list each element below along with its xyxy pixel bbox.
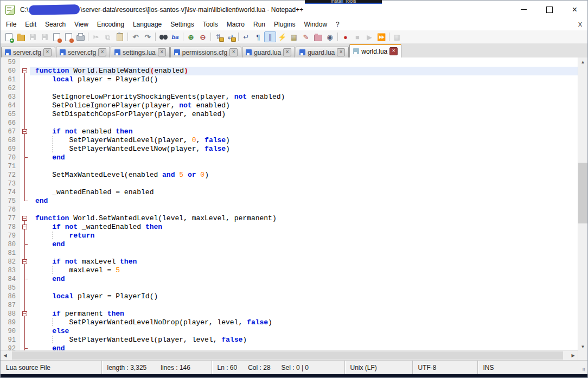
code-text[interactable]: SetPlayerWantedLevelNoDrop(player, level…	[30, 318, 578, 327]
menu-help[interactable]: ?	[331, 19, 344, 30]
fold-collapse-icon[interactable]	[22, 259, 27, 264]
menu-encoding[interactable]: Encoding	[93, 19, 129, 30]
vertical-scroll-thumb[interactable]	[578, 163, 587, 223]
save-all-icon[interactable]	[39, 31, 50, 42]
macro-play-icon[interactable]: ▶	[363, 31, 375, 42]
function-list-icon[interactable]: ⚡	[276, 31, 288, 42]
fold-toggle[interactable]	[20, 127, 30, 136]
word-wrap-icon[interactable]: ↵	[240, 31, 252, 42]
fold-collapse-icon[interactable]	[22, 129, 27, 134]
fold-toggle[interactable]	[20, 67, 30, 75]
tab-server.cfg-1[interactable]: server.cfg×	[56, 47, 110, 57]
horizontal-scrollbar[interactable]: ◀ ▶	[1, 350, 578, 360]
fold-toggle[interactable]	[20, 310, 30, 318]
tab-close-icon[interactable]: ×	[389, 47, 398, 55]
fold-collapse-icon[interactable]	[22, 311, 27, 316]
code-text[interactable]	[30, 249, 578, 258]
tab-guard.lua-5[interactable]: guard.lua×	[296, 47, 349, 57]
paste-icon[interactable]	[114, 31, 126, 42]
vertical-scrollbar[interactable]: ▲ ▼	[578, 57, 587, 351]
status-insert-mode[interactable]: INS	[477, 361, 579, 374]
code-text[interactable]: maxLevel = 5	[30, 266, 578, 275]
code-text[interactable]: end	[30, 240, 578, 249]
tab-close-icon[interactable]: ×	[337, 48, 345, 56]
code-text[interactable]	[30, 284, 578, 292]
open-file-icon[interactable]	[15, 31, 27, 42]
close-button[interactable]: ×	[562, 1, 587, 18]
sync-horizontal-scroll-icon[interactable]: ⇄	[225, 31, 237, 42]
close-file-icon[interactable]: -	[50, 31, 62, 42]
code-text[interactable]	[30, 162, 578, 171]
code-text[interactable]: else	[30, 327, 578, 336]
menu-language[interactable]: Language	[129, 19, 166, 30]
horizontal-scroll-track[interactable]	[10, 351, 568, 360]
menu-search[interactable]: Search	[41, 19, 70, 30]
fold-collapse-icon[interactable]	[22, 68, 27, 73]
resize-grip[interactable]: ⠿	[578, 361, 587, 374]
code-text[interactable]: SetPoliceIgnorePlayer(player, not enable…	[30, 101, 578, 110]
maximize-button[interactable]	[536, 1, 562, 18]
tab-settings.lua-2[interactable]: settings.lua×	[111, 47, 170, 57]
fold-collapse-icon[interactable]	[22, 225, 27, 229]
print-icon[interactable]	[74, 31, 86, 42]
fold-toggle[interactable]	[20, 214, 30, 223]
tab-permissions.cfg-3[interactable]: permissions.cfg×	[170, 47, 241, 57]
fold-collapse-icon[interactable]	[22, 216, 27, 221]
code-text[interactable]: end	[30, 197, 578, 206]
code-text[interactable]: function World.SetWantedLevel(level, max…	[30, 214, 578, 223]
code-text[interactable]: end	[30, 344, 578, 350]
menu-window[interactable]: Window	[299, 19, 331, 30]
code-text[interactable]	[30, 84, 578, 93]
vertical-scroll-track[interactable]	[578, 66, 587, 342]
macro-stop-icon[interactable]: ■	[351, 31, 363, 42]
scroll-down-icon[interactable]: ▼	[578, 342, 587, 351]
tab-close-icon[interactable]: ×	[283, 48, 291, 56]
cut-icon[interactable]: ✂	[90, 31, 102, 42]
tab-guard.lua-4[interactable]: guard.lua×	[242, 47, 295, 57]
macro-run-multiple-icon[interactable]: ⏩	[375, 31, 387, 42]
code-editor[interactable]: 5960function World.EnableWanted(enabled)…	[1, 57, 578, 350]
undo-icon[interactable]: ↶	[130, 31, 142, 42]
indent-guide-icon[interactable]: ∥	[264, 31, 276, 42]
code-text[interactable]: SetPlayerWantedLevelNow(player, false)	[30, 145, 578, 153]
close-all-icon[interactable]: -	[62, 31, 74, 42]
new-file-icon[interactable]: +	[3, 31, 15, 42]
redo-icon[interactable]: ↷	[142, 31, 154, 42]
replace-icon[interactable]: ba	[169, 31, 181, 42]
sync-vertical-scroll-icon[interactable]: ⇅	[213, 31, 225, 42]
monitoring-eye-icon[interactable]: ◉	[324, 31, 336, 42]
tab-world.lua-6[interactable]: world.lua×	[349, 44, 401, 57]
code-text[interactable]: function World.EnableWanted(enabled)	[30, 67, 578, 75]
code-text[interactable]: SetMaxWantedLevel(enabled and 5 or 0)	[30, 171, 578, 180]
horizontal-scroll-thumb[interactable]	[12, 351, 563, 360]
code-text[interactable]: if permanent then	[30, 310, 578, 318]
macro-save-icon[interactable]: ▦	[391, 31, 403, 42]
tab-close-icon[interactable]: ×	[98, 48, 106, 56]
menu-view[interactable]: View	[70, 19, 93, 30]
menu-tools[interactable]: Tools	[199, 19, 222, 30]
code-text[interactable]: end	[30, 275, 578, 284]
menu-plugins[interactable]: Plugins	[270, 19, 299, 30]
tab-close-icon[interactable]: ×	[229, 48, 238, 56]
code-text[interactable]: return	[30, 232, 578, 240]
code-text[interactable]: SetIgnoreLowPriorityShockingEvents(playe…	[30, 93, 578, 101]
show-all-characters-icon[interactable]: ¶	[252, 31, 264, 42]
code-text[interactable]: if not maxLevel then	[30, 258, 578, 266]
code-text[interactable]	[30, 301, 578, 310]
document-map-icon[interactable]: ▦	[288, 31, 300, 42]
scroll-left-icon[interactable]: ◀	[1, 353, 10, 358]
tab-close-icon[interactable]: ×	[43, 48, 52, 56]
menu-macro[interactable]: Macro	[222, 19, 249, 30]
code-text[interactable]: if not _wantedEnabled then	[30, 223, 578, 232]
code-text[interactable]: end	[30, 153, 578, 162]
tab-server.cfg-0[interactable]: server.cfg×	[1, 47, 55, 57]
tab-close-icon[interactable]: ×	[158, 48, 166, 56]
menu-run[interactable]: Run	[249, 19, 270, 30]
code-text[interactable]: SetPlayerWantedLevel(player, 0, false)	[30, 136, 578, 145]
code-text[interactable]: if not enabled then	[30, 127, 578, 136]
code-text[interactable]	[30, 119, 578, 127]
zoom-in-icon[interactable]: ⊕	[185, 31, 197, 42]
code-text[interactable]	[30, 58, 578, 67]
code-text[interactable]	[30, 180, 578, 188]
save-file-icon[interactable]	[27, 31, 39, 42]
